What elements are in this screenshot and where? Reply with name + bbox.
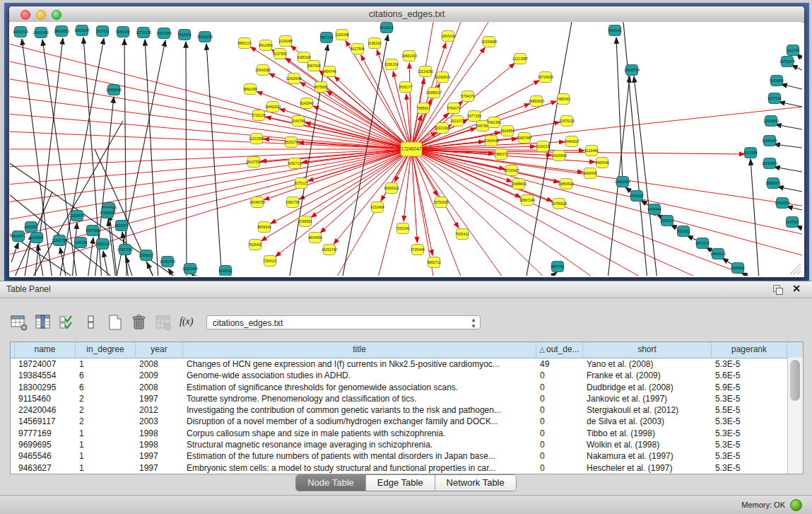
window-titlebar[interactable]: citations_edges.txt	[9, 6, 804, 23]
table-cell: 1997	[136, 450, 183, 462]
graph-node-label: 5794073	[461, 94, 475, 98]
graph-node-label: 10162619	[435, 75, 450, 79]
graph-node-label: 8810141	[608, 28, 622, 33]
selector-stepper-icon[interactable]: ▲▼	[471, 317, 476, 329]
graph-node-label: 8912954	[259, 43, 273, 47]
table-cell: Nakamura et al. (1997)	[583, 450, 712, 462]
graph-node-label: 6479197	[630, 194, 644, 198]
column-header-year[interactable]: year	[136, 342, 183, 358]
graph-edge	[145, 40, 158, 276]
table-row[interactable]: 1830029562008Estimation of significance …	[11, 382, 803, 393]
graph-edge	[31, 121, 123, 276]
memory-status-icon[interactable]	[790, 499, 802, 511]
table-row[interactable]: 977716911998Corpus callosum shape and si…	[11, 428, 803, 439]
graph-edge	[168, 269, 176, 276]
table-cell: 5.3E-5	[712, 428, 787, 439]
table-cell: 0	[536, 416, 583, 427]
float-panel-icon[interactable]	[773, 285, 782, 294]
graph-node-label: 8156234	[384, 62, 399, 66]
network-canvas[interactable]: 1724004714055724206914061661905310653247…	[10, 22, 802, 276]
resize-grip-icon[interactable]	[790, 264, 801, 274]
table-cell: 5.3E-5	[712, 358, 787, 370]
table-row[interactable]: 969969511998Structural magnetic resonanc…	[11, 439, 803, 450]
graph-edge	[10, 149, 411, 238]
graph-edge	[10, 149, 411, 185]
graph-node-label: 9127506	[351, 47, 365, 51]
table-cell: 1	[76, 358, 136, 370]
network-window[interactable]: citations_edges.txt 17240047140557242069…	[8, 6, 805, 278]
tab-edge-table[interactable]: Edge Table	[366, 475, 435, 491]
graph-node-label: 17240047	[401, 146, 422, 151]
table-row[interactable]: 946362711997Embryonic stem cells: a mode…	[11, 462, 803, 474]
table-row[interactable]: 1938455462009Genome-wide association stu…	[11, 370, 803, 381]
table-tabs: Node TableEdge TableNetwork Table	[0, 474, 812, 491]
tab-node-table[interactable]: Node Table	[296, 475, 366, 491]
graph-edge	[186, 42, 187, 276]
close-panel-icon[interactable]: ✕	[792, 283, 801, 294]
graph-node-label: 10653247	[74, 28, 90, 33]
column-header-pagerank[interactable]: pagerank	[712, 342, 787, 358]
table-row[interactable]: 1456911722003Disruption of a novel membe…	[11, 416, 803, 427]
graph-node-label: 12342757	[52, 238, 67, 243]
row-height-icon[interactable]	[82, 313, 100, 332]
graph-edge	[10, 114, 411, 149]
table-cell: 5.9E-5	[712, 382, 787, 393]
create-table-icon[interactable]	[106, 313, 124, 332]
function-builder-icon[interactable]: f(x)	[180, 316, 193, 327]
graph-node-label: 20691406	[33, 30, 49, 35]
graph-node-label: 18130295	[197, 35, 213, 39]
graph-node-label: 16210643	[762, 161, 777, 165]
table-mode-icon[interactable]	[10, 313, 28, 332]
column-header-name[interactable]: name	[15, 342, 76, 358]
table-cell: 1	[76, 462, 136, 474]
graph-node-label: 16403354	[615, 180, 630, 184]
table-cell: 1	[76, 439, 136, 450]
graph-node-label: 19854923	[558, 182, 574, 186]
graph-node-label: 9275127	[294, 181, 308, 185]
graph-node-label: 13505135	[95, 242, 110, 246]
table-cell: Investigating the contribution of common…	[183, 404, 536, 416]
table-cell: 5.3E-5	[712, 439, 787, 450]
graph-edge	[774, 167, 802, 172]
column-header-short[interactable]: short	[583, 342, 712, 358]
graph-node-label: 13214290	[418, 69, 433, 74]
table-panel-title: Table Panel	[6, 284, 51, 294]
graph-node-label: 1654219	[441, 34, 455, 38]
table-cell: Jankovic et al. (1997)	[583, 393, 712, 404]
table-cell: 14569117	[15, 416, 76, 427]
graph-edge	[298, 143, 411, 149]
select-columns-icon[interactable]	[58, 313, 76, 332]
graph-node-label: 9536177	[399, 85, 413, 89]
graph-node-label: 9115460	[584, 148, 598, 153]
graph-node-label: 2867608	[307, 64, 321, 68]
table-cell: 1	[76, 428, 136, 439]
tab-network-table[interactable]: Network Table	[435, 475, 516, 491]
graph-node-label: 4350561	[24, 225, 38, 229]
delete-rows-icon[interactable]	[130, 313, 148, 332]
table-row[interactable]: 1872400712008Changes of HCN gene express…	[11, 358, 803, 370]
graph-node-label: 7462366	[487, 120, 501, 124]
graph-node-label: 9245652	[731, 266, 745, 270]
graph-node-label: 9245012	[218, 269, 233, 273]
table-panel: Table Panel ✕	[0, 281, 812, 514]
table-row[interactable]: 911546021997Tourette syndrome. Phenomeno…	[11, 393, 803, 404]
table-cell: Yano et al. (2008)	[583, 358, 712, 370]
table-row[interactable]: 946554611997Estimation of the future num…	[11, 450, 803, 462]
table-row[interactable]: 2242004622012Investigating the contribut…	[11, 404, 803, 416]
column-header-in_degree[interactable]: in_degree	[76, 342, 136, 358]
graph-node-label: 9097588	[86, 228, 100, 233]
table-cell: 6	[76, 370, 136, 381]
column-header-out_degree[interactable]: △out_de...	[536, 342, 583, 358]
graph-node-label: 14671365	[156, 31, 172, 35]
table-selector[interactable]: citations_edges.txt ▲▼	[206, 315, 481, 329]
table-panel-header: Table Panel ✕	[0, 281, 812, 298]
graph-node-label: 10025418	[551, 153, 567, 158]
scrollbar-thumb[interactable]	[790, 360, 800, 401]
delete-table-icon[interactable]	[154, 313, 172, 332]
table-cell: de Silva et al. (2003)	[583, 416, 712, 427]
column-header-title[interactable]: title	[183, 342, 536, 358]
show-column-icon[interactable]	[34, 313, 52, 332]
node-table: namein_degreeyeartitle△out_de...shortpag…	[10, 341, 804, 474]
table-cell: Disruption of a novel member of a sodium…	[183, 416, 536, 427]
table-scrollbar[interactable]	[787, 358, 803, 474]
